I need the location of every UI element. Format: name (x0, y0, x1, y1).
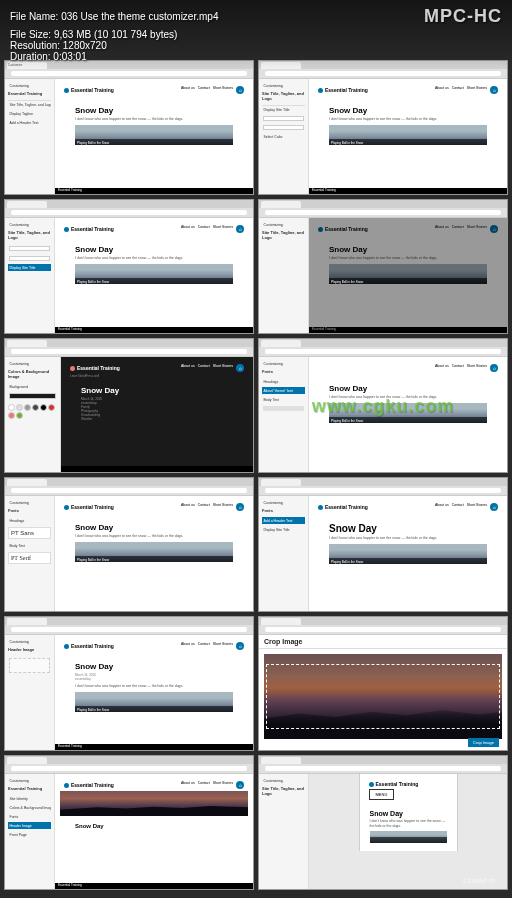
nav-about[interactable]: About us (181, 225, 195, 233)
url-bar[interactable] (265, 210, 501, 215)
browser-tab[interactable] (261, 479, 301, 486)
menu-button[interactable]: MENU (369, 789, 395, 800)
swatch-mid[interactable] (24, 404, 31, 411)
font-sample-sans[interactable]: PT Sans (8, 527, 51, 539)
nav-stories[interactable]: Short Stories (467, 225, 487, 233)
customizer-sidebar[interactable]: Customizing Fonts Headings About "theme"… (259, 357, 309, 472)
customizer-sidebar[interactable]: Customizing Header Image (5, 635, 55, 750)
display-title[interactable]: Display Site Title (262, 526, 305, 533)
url-bar[interactable] (11, 210, 247, 215)
about-text-highlight[interactable]: About "theme" font (262, 387, 305, 394)
font-select[interactable] (263, 406, 304, 411)
customizer-sidebar[interactable]: Customizing Site Title, Tagline, and Log… (5, 218, 55, 333)
browser-tab[interactable] (7, 340, 47, 347)
browser-tab[interactable] (7, 757, 47, 764)
swatch-dark[interactable] (32, 404, 39, 411)
url-bar[interactable] (11, 627, 247, 632)
customizer-sidebar[interactable]: Customizing Site Title, Tagline, and Log… (259, 79, 309, 194)
menu-more[interactable]: Front Page (8, 831, 51, 838)
nav-contact[interactable]: Contact (198, 364, 210, 372)
nav-stories[interactable]: Short Stories (213, 364, 233, 372)
nav-about[interactable]: About us (181, 781, 195, 789)
search-icon[interactable]: ⌕ (236, 364, 244, 372)
site-title-field[interactable]: Site Title, Tagline, and Logo (8, 100, 51, 109)
nav-about[interactable]: About us (181, 364, 195, 372)
swatch-white[interactable] (8, 404, 15, 411)
nav-about[interactable]: About us (435, 86, 449, 94)
customizer-sidebar[interactable]: Customizing Fonts Headings PT Sans Body … (5, 496, 55, 611)
url-bar[interactable] (265, 488, 501, 493)
url-bar[interactable] (11, 71, 247, 76)
customizer-sidebar[interactable]: Customizing Essential Training Site Titl… (5, 79, 55, 194)
menu-site-identity[interactable]: Site Identity (8, 795, 51, 802)
swatch-pink[interactable] (8, 412, 15, 419)
nav-about[interactable]: About us (435, 364, 449, 372)
font-sample-serif[interactable]: PT Serif (8, 552, 51, 564)
active-option[interactable]: Display Site Title (8, 264, 51, 271)
swatch-black[interactable] (40, 404, 47, 411)
menu-header-img[interactable]: Header Image (8, 822, 51, 829)
nav-contact[interactable]: Contact (198, 503, 210, 511)
url-bar[interactable] (265, 349, 501, 354)
url-bar[interactable] (11, 488, 247, 493)
swatch-red[interactable] (48, 404, 55, 411)
nav-contact[interactable]: Contact (452, 225, 464, 233)
nav-stories[interactable]: Short Stories (213, 86, 233, 94)
nav-about[interactable]: About us (181, 503, 195, 511)
browser-tab[interactable] (261, 201, 301, 208)
text-input-2[interactable] (263, 125, 304, 130)
url-bar[interactable] (265, 627, 501, 632)
nav-contact[interactable]: Contact (452, 503, 464, 511)
browser-tab[interactable] (7, 479, 47, 486)
search-icon[interactable]: ⌕ (490, 86, 498, 94)
menu-colors[interactable]: Colors & Background Image (8, 804, 51, 811)
customizer-sidebar[interactable]: Customizing Fonts Add a Header Text Disp… (259, 496, 309, 611)
crop-handle[interactable] (266, 664, 500, 729)
image-dropzone[interactable] (9, 658, 50, 673)
nav-contact[interactable]: Contact (452, 364, 464, 372)
browser-tab[interactable] (7, 618, 47, 625)
customizer-sidebar[interactable]: Customizing Site Title, Tagline, and Log… (259, 774, 309, 889)
display-tagline-toggle[interactable]: Display Tagline (8, 111, 51, 118)
browser-tab[interactable] (261, 618, 301, 625)
display-site-title[interactable]: Display Site Title (262, 105, 305, 113)
text-input[interactable] (263, 116, 304, 121)
url-bar[interactable] (11, 349, 247, 354)
url-bar[interactable] (11, 766, 247, 771)
nav-stories[interactable]: Short Stories (213, 503, 233, 511)
nav-stories[interactable]: Short Stories (213, 642, 233, 650)
nav-stories[interactable]: Short Stories (467, 364, 487, 372)
header-text-option[interactable]: Add a Header Text (8, 120, 51, 127)
swatch-grey[interactable] (16, 404, 23, 411)
nav-about[interactable]: About us (435, 503, 449, 511)
nav-about[interactable]: About us (435, 225, 449, 233)
search-icon[interactable]: ⌕ (236, 225, 244, 233)
menu-fonts[interactable]: Fonts (8, 813, 51, 820)
url-bar[interactable] (265, 71, 501, 76)
nav-about[interactable]: About us (181, 86, 195, 94)
swatch-green[interactable] (16, 412, 23, 419)
customizer-sidebar[interactable]: Customizing Colors & Background Image Ba… (5, 357, 61, 472)
search-icon[interactable]: ⌕ (236, 86, 244, 94)
nav-contact[interactable]: Contact (452, 86, 464, 94)
nav-about[interactable]: About us (181, 642, 195, 650)
search-icon[interactable]: ⌕ (490, 503, 498, 511)
browser-tab[interactable] (261, 757, 301, 764)
browser-tab[interactable] (261, 340, 301, 347)
nav-stories[interactable]: Short Stories (213, 225, 233, 233)
search-icon[interactable]: ⌕ (236, 642, 244, 650)
crop-image-area[interactable] (264, 654, 502, 739)
nav-stories[interactable]: Short Stories (467, 503, 487, 511)
nav-stories[interactable]: Short Stories (213, 781, 233, 789)
select-color-btn[interactable]: Select Color (262, 133, 305, 140)
nav-contact[interactable]: Contact (198, 642, 210, 650)
nav-stories[interactable]: Short Stories (467, 86, 487, 94)
search-icon[interactable]: ⌕ (236, 503, 244, 511)
customizer-sidebar[interactable]: Customizing Site Title, Tagline, and Log… (259, 218, 309, 333)
search-icon[interactable]: ⌕ (490, 364, 498, 372)
text-input[interactable] (9, 246, 50, 251)
search-icon[interactable]: ⌕ (236, 781, 244, 789)
browser-tab[interactable] (7, 201, 47, 208)
customizer-sidebar[interactable]: Customizing Essential Training Site Iden… (5, 774, 55, 889)
header-text-active[interactable]: Add a Header Text (262, 517, 305, 524)
